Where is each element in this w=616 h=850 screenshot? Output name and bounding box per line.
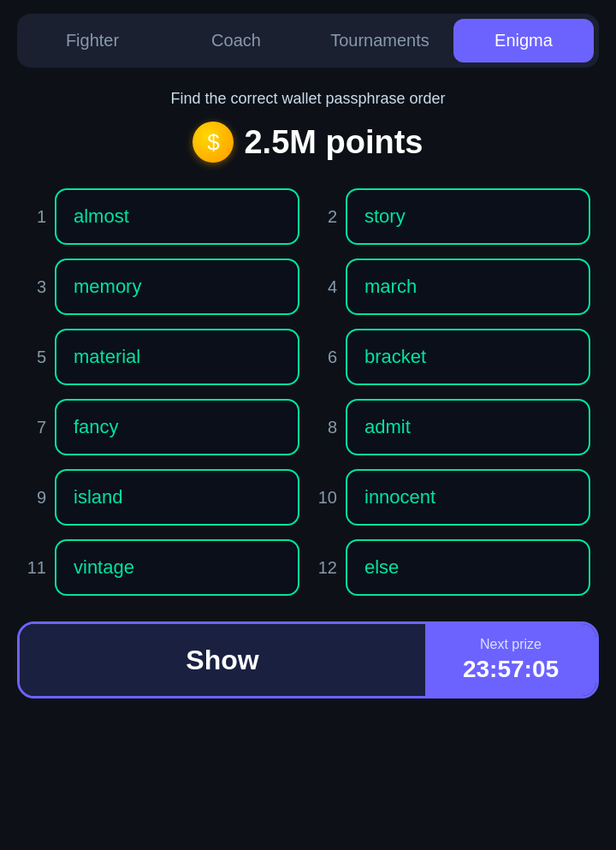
word-number: 8 <box>317 418 337 437</box>
word-row: 9island <box>26 469 299 526</box>
word-row: 10innocent <box>317 469 590 526</box>
word-row: 7fancy <box>26 399 299 455</box>
word-number: 11 <box>26 558 46 578</box>
next-prize-label: Next prize <box>480 637 542 652</box>
word-number: 2 <box>317 207 337 227</box>
word-row: 3memory <box>26 259 299 315</box>
countdown-timer: 23:57:05 <box>463 656 559 683</box>
word-row: 5material <box>26 329 299 385</box>
word-box-6[interactable]: bracket <box>346 329 590 385</box>
word-row: 8admit <box>317 399 590 455</box>
word-box-3[interactable]: memory <box>55 259 299 315</box>
word-box-5[interactable]: material <box>55 329 299 385</box>
tab-tournaments[interactable]: Tournaments <box>310 19 450 62</box>
tab-enigma[interactable]: Enigma <box>453 19 594 62</box>
word-row: 2story <box>317 188 590 245</box>
word-row: 11vintage <box>26 539 299 596</box>
points-row: $ 2.5M points <box>192 122 423 163</box>
word-number: 1 <box>26 207 46 227</box>
points-display: 2.5M points <box>244 124 423 161</box>
word-number: 3 <box>26 277 46 297</box>
word-box-7[interactable]: fancy <box>55 399 299 455</box>
word-row: 6bracket <box>317 329 590 385</box>
tab-coach[interactable]: Coach <box>166 19 306 62</box>
word-number: 10 <box>317 488 337 508</box>
word-number: 4 <box>317 277 337 297</box>
coin-icon: $ <box>192 122 234 163</box>
word-number: 7 <box>26 418 46 437</box>
next-prize-section: Next prize 23:57:05 <box>425 624 596 696</box>
submit-button[interactable]: Show Next prize 23:57:05 <box>17 621 599 698</box>
nav-container: Fighter Coach Tournaments Enigma <box>0 0 616 81</box>
words-grid: 1almost2story3memory4march5material6brac… <box>17 188 599 596</box>
word-row: 12else <box>317 539 590 596</box>
word-number: 5 <box>26 348 46 367</box>
show-label[interactable]: Show <box>20 624 425 696</box>
word-row: 1almost <box>26 188 299 245</box>
word-row: 4march <box>317 259 590 315</box>
word-number: 12 <box>317 558 337 578</box>
tab-fighter[interactable]: Fighter <box>22 19 163 62</box>
word-box-10[interactable]: innocent <box>346 469 590 526</box>
word-box-1[interactable]: almost <box>55 188 299 245</box>
word-number: 9 <box>26 488 46 508</box>
nav-tabs: Fighter Coach Tournaments Enigma <box>17 14 599 68</box>
word-box-9[interactable]: island <box>55 469 299 526</box>
word-box-12[interactable]: else <box>346 539 590 596</box>
word-number: 6 <box>317 348 337 367</box>
word-box-11[interactable]: vintage <box>55 539 299 596</box>
word-box-8[interactable]: admit <box>346 399 590 455</box>
subtitle: Find the correct wallet passphrase order <box>170 90 445 108</box>
word-box-4[interactable]: march <box>346 259 590 315</box>
word-box-2[interactable]: story <box>346 188 590 245</box>
